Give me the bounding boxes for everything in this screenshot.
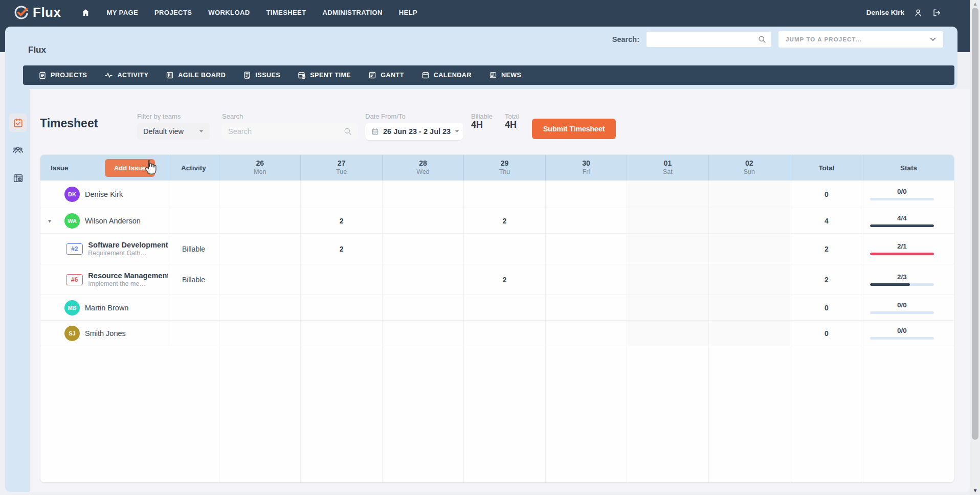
tab-issues[interactable]: ISSUES: [243, 71, 280, 79]
stats-value: 2/3: [897, 273, 907, 281]
day-cell[interactable]: [219, 181, 301, 208]
topnav-links: MY PAGE PROJECTS WORKLOAD TIMESHEET ADMI…: [81, 8, 417, 17]
tab-projects[interactable]: PROJECTS: [38, 71, 87, 79]
day-cell[interactable]: [464, 321, 545, 346]
tab-calendar[interactable]: CALENDAR: [421, 71, 472, 79]
day-cell[interactable]: [464, 295, 545, 320]
day-cell[interactable]: [546, 321, 627, 346]
activity-cell: [168, 181, 219, 208]
date-range-value: 26 Jun 23 - 2 Jul 23: [383, 127, 451, 136]
day-cell[interactable]: 2: [464, 208, 545, 233]
scrollbar-thumb[interactable]: [972, 8, 978, 440]
nav-projects[interactable]: PROJECTS: [154, 9, 192, 16]
add-issue-button[interactable]: Add Issue: [105, 159, 155, 177]
gantt-icon: [368, 71, 376, 79]
day-cell[interactable]: [464, 234, 545, 264]
day-cell[interactable]: [219, 208, 301, 233]
stats-value: 0/0: [897, 327, 907, 334]
day-cell[interactable]: [627, 321, 708, 346]
day-cell[interactable]: [219, 321, 301, 346]
day-cell[interactable]: 2: [301, 234, 382, 264]
day-cell[interactable]: [383, 295, 464, 320]
issue-badge[interactable]: #2: [66, 243, 83, 255]
scrollbar[interactable]: ▲ ▼: [970, 0, 980, 495]
day-column-header: 01Sat: [627, 155, 708, 181]
day-cell[interactable]: [301, 295, 382, 320]
day-cell[interactable]: [301, 264, 382, 295]
day-cell[interactable]: [627, 295, 708, 320]
scroll-down-arrow[interactable]: ▼: [970, 488, 980, 493]
day-cell[interactable]: [383, 321, 464, 346]
news-icon: [489, 71, 497, 79]
team-filter-select[interactable]: Default view: [137, 123, 210, 140]
scroll-up-arrow[interactable]: ▲: [970, 2, 980, 6]
day-cell[interactable]: [546, 208, 627, 233]
day-cell[interactable]: [383, 264, 464, 295]
expand-chevron-icon[interactable]: ▾: [48, 217, 59, 224]
day-cell[interactable]: [709, 181, 790, 208]
jump-to-project-select[interactable]: JUMP TO A PROJECT...: [778, 31, 943, 48]
activity-cell: [168, 208, 219, 233]
day-cell[interactable]: [627, 234, 708, 264]
day-cell[interactable]: [383, 208, 464, 233]
tab-activity[interactable]: ACTIVITY: [104, 71, 148, 79]
total-column-header: Total: [790, 155, 863, 181]
tab-label: GANTT: [381, 72, 404, 79]
day-cell[interactable]: 2: [301, 208, 382, 233]
team-filter-label: Filter by teams: [137, 112, 181, 120]
sidebar-item-rates[interactable]: [9, 169, 27, 187]
submit-timesheet-button[interactable]: Submit Timesheet: [532, 119, 616, 139]
day-cell[interactable]: [546, 234, 627, 264]
tab-news[interactable]: NEWS: [489, 71, 522, 79]
day-cell[interactable]: 2: [464, 264, 545, 295]
day-cell[interactable]: [627, 208, 708, 233]
timesheet-icon: [13, 118, 24, 128]
day-cell[interactable]: [546, 264, 627, 295]
date-range-picker[interactable]: 26 Jun 23 - 2 Jul 23: [365, 123, 463, 140]
tab-label: PROJECTS: [51, 72, 87, 79]
day-column-header: 30Fri: [546, 155, 627, 181]
sidebar-item-teams[interactable]: [9, 141, 27, 160]
day-cell[interactable]: [709, 208, 790, 233]
day-cell[interactable]: [709, 264, 790, 295]
day-cell[interactable]: [383, 234, 464, 264]
nav-my-page[interactable]: MY PAGE: [106, 9, 138, 16]
search-field[interactable]: [228, 127, 344, 136]
day-cell[interactable]: [301, 321, 382, 346]
sidebar-item-timesheet[interactable]: [9, 114, 27, 132]
user-name: Denise Kirk: [85, 190, 123, 198]
nav-timesheet[interactable]: TIMESHEET: [266, 9, 306, 16]
app-title: Flux: [28, 45, 46, 55]
issue-badge[interactable]: #6: [66, 274, 83, 285]
user-icon[interactable]: [914, 8, 923, 17]
nav-help[interactable]: HELP: [399, 9, 417, 16]
tab-agile-board[interactable]: AGILE BOARD: [166, 71, 226, 79]
day-cell[interactable]: [627, 181, 708, 208]
day-cell[interactable]: [383, 181, 464, 208]
nav-administration[interactable]: ADMINISTRATION: [322, 9, 382, 16]
band-search-row: Search: JUMP TO A PROJECT...: [612, 31, 943, 48]
day-cell[interactable]: [219, 234, 301, 264]
brand-logo[interactable]: Flux: [13, 5, 61, 20]
global-search-input[interactable]: [647, 32, 771, 47]
day-cell[interactable]: [709, 295, 790, 320]
day-cell[interactable]: [546, 295, 627, 320]
day-cell[interactable]: [301, 181, 382, 208]
day-cell[interactable]: [627, 264, 708, 295]
day-cell[interactable]: [546, 181, 627, 208]
table-search-input[interactable]: [222, 123, 358, 140]
day-cell[interactable]: [219, 295, 301, 320]
day-cell[interactable]: [464, 181, 545, 208]
home-icon[interactable]: [81, 8, 90, 17]
tab-spent-time[interactable]: SPENT TIME: [298, 71, 351, 79]
tab-gantt[interactable]: GANTT: [368, 71, 404, 79]
nav-workload[interactable]: WORKLOAD: [208, 9, 250, 16]
day-cell[interactable]: [709, 234, 790, 264]
day-cell[interactable]: [219, 264, 301, 295]
issue-title[interactable]: Software Development: [88, 240, 168, 250]
table-row-user: MB Martin Brown 0 0/0: [40, 295, 954, 321]
issue-title[interactable]: Resource Management: [88, 271, 168, 280]
day-cell[interactable]: [709, 321, 790, 346]
left-sidebar: [5, 89, 30, 492]
logout-icon[interactable]: [932, 8, 941, 17]
